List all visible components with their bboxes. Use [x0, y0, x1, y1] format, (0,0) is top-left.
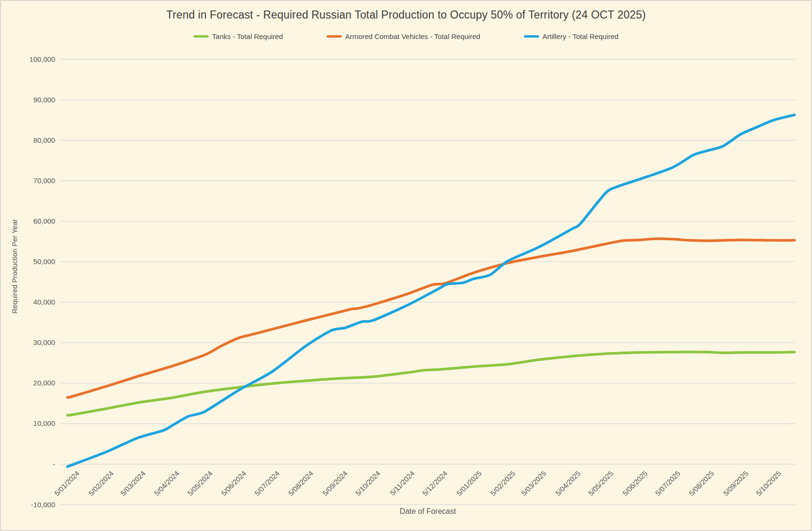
series-line-acv — [68, 239, 794, 398]
series-line-artillery — [68, 115, 794, 466]
plot-area — [0, 0, 812, 531]
series-line-tanks — [68, 352, 794, 415]
